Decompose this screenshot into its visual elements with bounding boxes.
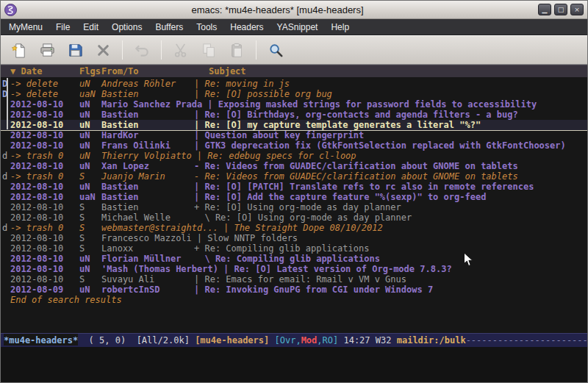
mark-indicator: d	[2, 223, 10, 233]
message-subject: \ Re: Compiling glib applications	[194, 254, 380, 264]
menu-item-help[interactable]: Help	[324, 20, 356, 35]
modeline-segment-dashes[interactable]: --------------------------------	[466, 335, 587, 346]
mark-indicator	[2, 202, 10, 212]
message-row[interactable]: 2012-08-10 S Michael Welle \ Re: [O] Usi…	[1, 212, 587, 223]
message-row[interactable]: d -> trash 0 S Juanjo Marin - Re: Videos…	[1, 171, 587, 182]
toolbar	[1, 35, 587, 65]
message-row[interactable]: 2012-08-10 uN Mario Sanchez Prada | Expo…	[1, 99, 587, 110]
message-row[interactable]: 2012-08-10 S Lanoxx + Re: Compiling glib…	[1, 243, 587, 254]
modeline-segment-cyan[interactable]: [Ovr,	[275, 335, 301, 346]
message-subject: | GTK3 deprecation fix (GtkFontSelection…	[194, 140, 566, 151]
print-icon[interactable]	[36, 39, 58, 61]
message-from: Suvayu Ali	[101, 274, 194, 284]
message-date: -> delete	[10, 79, 79, 89]
maximize-button[interactable]: □	[554, 4, 567, 15]
modeline-segment-cyan[interactable]: ,RO]	[317, 335, 338, 346]
save-icon[interactable]	[64, 39, 86, 61]
message-row[interactable]: D -> delete uaN Bastien | Re: [O] possib…	[1, 89, 587, 99]
message-row[interactable]: d -> trash 0 S webmaster@straightd... | …	[1, 223, 587, 233]
message-flags: uN	[79, 110, 101, 120]
message-from: Francesco Mazzoli	[101, 233, 197, 243]
message-date: 2012-08-10	[10, 110, 79, 120]
message-date: -> delete	[10, 89, 79, 99]
menu-item-file[interactable]: File	[49, 20, 76, 35]
message-row[interactable]: 2012-08-10 uN HardKor | Question about k…	[1, 130, 587, 140]
message-from: Thierry Volpiatto	[101, 151, 197, 161]
mark-indicator	[2, 233, 10, 243]
paste-icon[interactable]	[226, 39, 248, 61]
search-icon[interactable]	[265, 39, 287, 61]
message-row[interactable]: 2012-08-10 uN Bastien | Re: [O] my captu…	[1, 120, 587, 130]
column-header-subject[interactable]: Subject	[194, 65, 246, 77]
message-row[interactable]: 2012-08-09 uN robertcInSD | Re: Invoking…	[1, 284, 587, 295]
message-flags: uaN	[79, 89, 101, 99]
cut-icon[interactable]	[170, 39, 192, 61]
menu-item-options[interactable]: Options	[105, 20, 148, 35]
new-file-icon[interactable]	[8, 39, 30, 61]
scrollbar-thumb[interactable]	[7, 78, 8, 129]
message-row[interactable]: 2012-08-10 uaN Bastien | Re: [O] Add the…	[1, 192, 587, 202]
message-date: 2012-08-10	[10, 233, 79, 243]
message-subject: | Re: edebug specs for cl-loop	[197, 151, 356, 161]
mark-indicator: d	[2, 171, 10, 182]
message-flags: uN	[79, 254, 101, 264]
message-row[interactable]: 2012-08-10 uN Frans Oilinki | GTK3 depre…	[1, 140, 587, 151]
modeline-segment-buffer[interactable]: *mu4e-headers*	[4, 334, 78, 346]
close-icon[interactable]	[92, 39, 114, 61]
message-subject: + Re: [O] Using org-mode as day planner	[194, 202, 401, 212]
message-flags: uN	[79, 130, 101, 140]
message-row[interactable]: d -> trash 0 uN Thierry Volpiatto | Re: …	[1, 151, 587, 161]
minimize-button[interactable]: ▁	[538, 4, 551, 15]
mark-indicator	[2, 254, 10, 264]
column-header-flags[interactable]: Flgs	[79, 65, 101, 77]
message-row[interactable]: 2012-08-10 uN Xan Lopez - Re: Videos fro…	[1, 161, 587, 171]
message-subject: | Re: moving in js	[194, 79, 290, 89]
message-subject: | Re: Emacs for email: Rmail v VM v Gnus	[194, 274, 406, 284]
modeline-segment-plain[interactable]: ( 5, 0)	[78, 335, 136, 346]
modeline-segment-plain[interactable]: [All/2.0k]	[137, 335, 195, 346]
message-row[interactable]: 2012-08-10 S Francesco Mazzoli | Slow NN…	[1, 233, 587, 243]
message-subject: | Re: [O] Latest version of Org-mode 7.8…	[223, 264, 452, 274]
column-header-date[interactable]: ▼ Date	[10, 65, 79, 77]
message-date: 2012-08-10	[10, 243, 79, 254]
message-date: 2012-08-10	[10, 212, 79, 223]
message-date: 2012-08-10	[10, 161, 79, 171]
message-row[interactable]: 2012-08-10 uN Bastien | Re: [O] Birthday…	[1, 110, 587, 120]
message-flags: S	[79, 212, 101, 223]
message-row[interactable]: 2012-08-10 uN 'Mash (Thomas Herbert) | R…	[1, 264, 587, 274]
column-header-from[interactable]: From/To	[101, 65, 194, 77]
modeline-segment-folder[interactable]: maildir:/bulk	[397, 335, 466, 346]
title-bar[interactable]: emacs: *mu4e-headers* [mu4e-headers] ▁ □…	[1, 1, 587, 19]
message-row[interactable]: D -> delete uN Andreas Röhler | Re: movi…	[1, 79, 587, 89]
menu-item-edit[interactable]: Edit	[76, 20, 105, 35]
message-from: Juanjo Marin	[101, 171, 194, 182]
emacs-logo-icon[interactable]	[4, 4, 17, 16]
menu-item-headers[interactable]: Headers	[223, 20, 270, 35]
echo-area[interactable]	[1, 347, 587, 382]
mode-line[interactable]: *mu4e-headers* ( 5, 0) [All/2.0k] [mu4e-…	[1, 333, 587, 347]
undo-icon[interactable]	[131, 39, 153, 61]
close-window-button[interactable]: ×	[570, 4, 584, 15]
message-date: -> trash 0	[10, 223, 79, 233]
message-row[interactable]: 2012-08-10 S Suvayu Ali | Re: Emacs for …	[1, 274, 587, 284]
modeline-segment-plain[interactable]: 14:27 W32	[338, 335, 396, 346]
buffer-area[interactable]: D -> delete uN Andreas Röhler | Re: movi…	[1, 77, 587, 333]
message-from: Xan Lopez	[101, 161, 194, 171]
message-subject: - Re: Videos from GUADEC/clarification a…	[194, 171, 518, 182]
menu-item-mymenu[interactable]: MyMenu	[2, 20, 49, 35]
menu-item-tools[interactable]: Tools	[190, 20, 223, 35]
message-subject: | Question about key fingerprint	[194, 130, 364, 140]
message-from: robertcInSD	[101, 284, 194, 295]
message-row[interactable]: 2012-08-10 S Bastien + Re: [O] Using org…	[1, 202, 587, 212]
message-subject: | Re: [O] my capture template generates …	[194, 120, 481, 130]
message-flags: uaN	[79, 192, 101, 202]
message-row[interactable]: 2012-08-10 uN Florian Müllner \ Re: Comp…	[1, 254, 587, 264]
message-from: Bastien	[101, 120, 194, 130]
menu-item-buffers[interactable]: Buffers	[148, 20, 190, 35]
modeline-segment-red[interactable]: Mod	[301, 335, 318, 346]
menu-item-yasnippet[interactable]: YASnippet	[270, 20, 325, 35]
copy-icon[interactable]	[198, 39, 220, 61]
message-date: -> trash 0	[10, 151, 79, 161]
modeline-segment-minor[interactable]: [mu4e-headers]	[195, 335, 274, 346]
message-row[interactable]: 2012-08-10 uN Bastien | Re: [O] [PATCH] …	[1, 182, 587, 192]
